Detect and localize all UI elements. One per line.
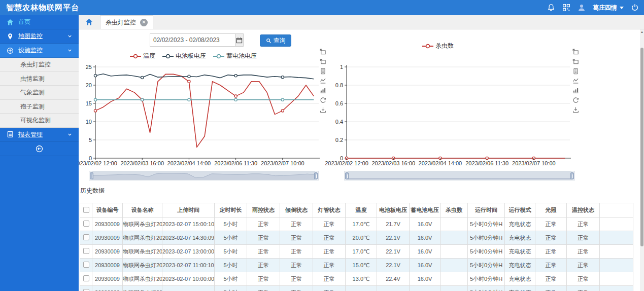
bar-chart-icon[interactable]: [320, 87, 326, 93]
data-zoom-icon[interactable]: [320, 48, 326, 55]
datazoom-handle-right[interactable]: [570, 172, 574, 179]
svg-text:5: 5: [89, 137, 92, 143]
tab-close-icon[interactable]: ✕: [140, 19, 148, 26]
sidebar-item-label: 设施监控: [18, 46, 43, 55]
table-cell: 正常: [313, 259, 346, 272]
table-cell: [440, 231, 468, 245]
table-cell: 17.0℃: [346, 217, 377, 231]
table-cell: 5小时: [215, 217, 247, 231]
chart-plot-area[interactable]: 00.20.40.60.812023/02/02 12:002023/02/03…: [334, 63, 572, 171]
datazoom-handle-right[interactable]: [314, 172, 318, 179]
row-checkbox[interactable]: [83, 262, 89, 268]
tab-bar: 杀虫灯监控 ✕: [79, 15, 644, 29]
table-cell: 5小时: [215, 272, 247, 286]
calendar-button[interactable]: [235, 34, 243, 46]
scroll-up-arrow[interactable]: ▲: [640, 30, 644, 33]
table-cell: 5小时0分钟H: [468, 286, 505, 291]
line-chart-icon[interactable]: [572, 77, 579, 84]
table-cell: 5小时0分钟H: [468, 259, 505, 272]
table-cell-filler: [600, 231, 633, 245]
table-row-1: 20930009物联网杀虫灯20932023-02-07 14:30:095小时…: [80, 231, 633, 245]
date-range-input[interactable]: [150, 34, 235, 46]
table-cell: 22.1V: [377, 231, 410, 245]
page-scrollbar[interactable]: ▲: [640, 29, 644, 291]
save-image-icon[interactable]: [320, 106, 326, 113]
table-cell: 物联网杀虫灯2093: [123, 286, 162, 291]
sidebar-item-2[interactable]: 设施监控: [0, 44, 79, 58]
table-cell: [377, 286, 410, 291]
row-checkbox[interactable]: [83, 248, 89, 254]
home-tab-button[interactable]: [79, 15, 99, 29]
table-cell: [440, 259, 468, 272]
table-cell: 正常: [535, 217, 567, 231]
sidebar-collapse-button[interactable]: [0, 142, 79, 156]
table-cell: 22.1V: [377, 245, 410, 259]
table-cell-filler: [600, 259, 633, 272]
table-header-cell-4: 雨控状态: [247, 203, 280, 217]
line-chart-icon[interactable]: [320, 77, 326, 84]
sidebar-subitem-3[interactable]: 孢子监测: [0, 100, 79, 114]
legend-item-2[interactable]: 蓄电池电压: [213, 52, 257, 60]
power-icon[interactable]: [631, 4, 639, 12]
save-image-icon[interactable]: [572, 106, 579, 113]
chart-legend: 温度电池板电压蓄电池电压: [130, 52, 257, 60]
sidebar-subitem-4[interactable]: 可视化监测: [0, 114, 79, 128]
svg-text:1: 1: [340, 64, 343, 70]
avatar-icon[interactable]: [578, 4, 586, 12]
row-checkbox[interactable]: [83, 275, 89, 281]
svg-text:2023/02/06 11:30: 2023/02/06 11:30: [465, 160, 509, 166]
legend-item-0[interactable]: 温度: [130, 52, 155, 60]
facility-icon: [7, 47, 14, 54]
user-name: 葛庄四情: [593, 4, 617, 12]
sidebar-submenu: 杀虫灯监控虫情监测气象监测孢子监测可视化监测: [0, 58, 79, 128]
table-cell: 正常: [247, 286, 280, 291]
table-cell: 正常: [535, 259, 567, 272]
sidebar-subitem-1[interactable]: 虫情监测: [0, 72, 79, 86]
table-cell: 2023-02-07 13:00:00: [162, 245, 215, 259]
table-cell: 16.0V: [410, 231, 440, 245]
sidebar-item-3[interactable]: 报表管理: [0, 128, 79, 142]
row-checkbox[interactable]: [83, 234, 89, 240]
user-menu[interactable]: 葛庄四情: [593, 4, 624, 12]
datazoom-handle-left[interactable]: [345, 172, 349, 179]
restore-icon[interactable]: [320, 96, 326, 103]
qr-code-icon[interactable]: [562, 4, 570, 12]
row-checkbox[interactable]: [83, 289, 89, 291]
data-zoom-icon[interactable]: [572, 48, 579, 55]
table-cell: 充电状态: [505, 259, 535, 272]
tab-insecticidal-lamp[interactable]: 杀虫灯监控 ✕: [100, 15, 153, 29]
zoom-reset-icon[interactable]: [572, 58, 579, 64]
scrollbar-thumb[interactable]: [640, 48, 643, 246]
table-header-cell-11: 运行时间: [468, 203, 505, 217]
search-button[interactable]: 查询: [260, 34, 291, 47]
table-cell: [410, 286, 440, 291]
sidebar-item-label: 报表管理: [18, 130, 43, 139]
bar-chart-icon[interactable]: [572, 87, 579, 93]
table-cell: 16.0V: [410, 245, 440, 259]
datazoom-slider[interactable]: [344, 171, 575, 180]
sidebar-subitem-2[interactable]: 气象监测: [0, 86, 79, 100]
table-cell: 正常: [280, 231, 313, 245]
zoom-reset-icon[interactable]: [320, 58, 326, 64]
datazoom-slider[interactable]: [89, 171, 319, 180]
row-checkbox[interactable]: [83, 221, 89, 227]
sidebar-item-1[interactable]: 地图监控: [0, 29, 79, 44]
table-cell: 20.0℃: [346, 231, 377, 245]
legend-item-0[interactable]: 杀虫数: [422, 42, 454, 50]
table-cell: 5小时0分钟H: [468, 272, 505, 286]
restore-icon[interactable]: [572, 96, 579, 103]
table-cell: 充电状态: [505, 286, 535, 291]
table-header-cell-2: 上传时间: [162, 203, 215, 217]
datazoom-handle-left[interactable]: [90, 172, 93, 179]
svg-text:15: 15: [86, 100, 92, 106]
select-all-checkbox[interactable]: [83, 207, 89, 213]
map-pin-icon: [7, 33, 14, 40]
sidebar-subitem-0[interactable]: 杀虫灯监控: [0, 58, 79, 72]
chart-plot-area[interactable]: 05101520252023/02/02 12:002023/02/03 16:…: [83, 63, 321, 171]
legend-item-1[interactable]: 电池板电压: [162, 52, 206, 60]
data-view-icon[interactable]: [320, 67, 326, 74]
table-cell: 5小时: [215, 286, 247, 291]
data-view-icon[interactable]: [572, 67, 579, 74]
bell-icon[interactable]: [547, 4, 555, 12]
sidebar-item-0[interactable]: 首页: [0, 15, 79, 29]
